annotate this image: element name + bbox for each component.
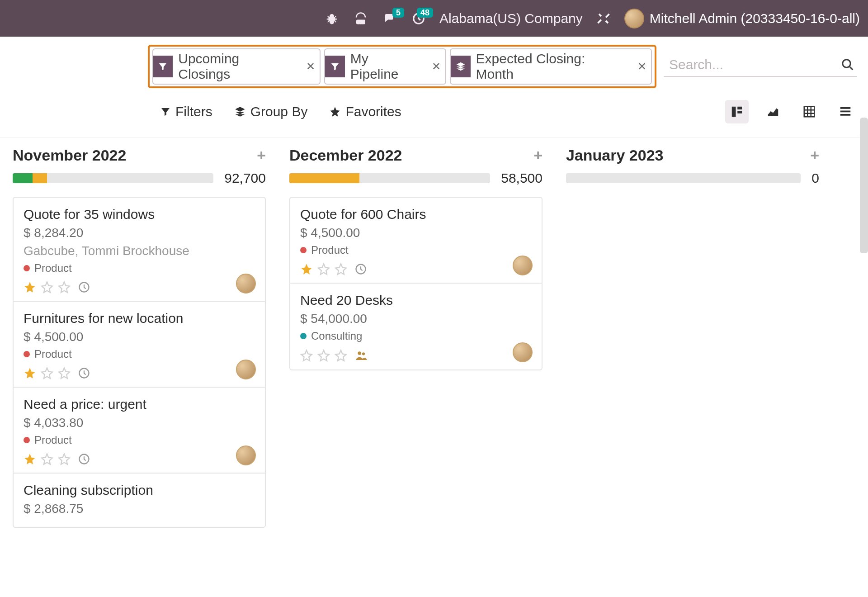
clock-icon[interactable]	[354, 263, 367, 275]
filters-button[interactable]: Filters	[160, 104, 212, 119]
favorites-button[interactable]: Favorites	[329, 104, 401, 119]
star-icon[interactable]	[41, 453, 53, 465]
kanban-column-december: December 2022 + 58,500 Quote for 600 Cha…	[289, 147, 542, 597]
kanban-card[interactable]: Need 20 Desks $ 54,000.00 Consulting	[290, 284, 542, 370]
card-avatar[interactable]	[236, 274, 256, 294]
messages-badge: 5	[392, 8, 404, 18]
tools-icon[interactable]	[595, 10, 612, 27]
svg-point-4	[358, 22, 359, 24]
group-chip-expected-closing[interactable]: Expected Closing: Month ✕	[450, 48, 652, 85]
dot-icon	[24, 351, 30, 357]
dot-icon	[300, 247, 307, 253]
graph-view-button[interactable]	[761, 100, 785, 123]
column-add-button[interactable]: +	[533, 147, 542, 164]
groupby-label: Group By	[250, 104, 308, 119]
clock-icon[interactable]	[78, 453, 90, 465]
chip-close-icon[interactable]: ✕	[633, 60, 651, 73]
kanban-card[interactable]: Cleaning subscription $ 2,868.75	[14, 474, 265, 527]
card-tag: Consulting	[300, 330, 532, 342]
search-chips-highlight: Upcoming Closings ✕ My Pipeline ✕ Expect…	[148, 45, 657, 88]
card-avatar[interactable]	[236, 445, 256, 465]
star-icon[interactable]	[41, 281, 53, 294]
column-title: January 2023	[566, 147, 664, 164]
card-avatar[interactable]	[236, 360, 256, 379]
card-title: Need a price: urgent	[24, 397, 255, 412]
activities-badge: 48	[417, 8, 433, 18]
column-total: 58,500	[501, 171, 542, 186]
star-icon[interactable]	[24, 453, 36, 465]
chip-label: My Pipeline	[349, 49, 423, 84]
layers-icon	[451, 56, 471, 77]
messages-icon[interactable]: 5	[382, 10, 398, 27]
column-progress-bar[interactable]	[13, 173, 213, 183]
group-icon[interactable]	[354, 349, 368, 362]
vertical-scrollbar[interactable]	[860, 118, 868, 253]
card-footer	[24, 367, 255, 379]
card-tag: Product	[24, 348, 255, 360]
filter-chip-upcoming-closings[interactable]: Upcoming Closings ✕	[152, 48, 321, 85]
star-icon[interactable]	[58, 281, 71, 294]
card-amount: $ 8,284.20	[24, 226, 255, 240]
company-selector[interactable]: Alabama(US) Company	[439, 11, 583, 26]
view-switcher	[725, 100, 857, 123]
kanban-card[interactable]: Need a price: urgent $ 4,033.80 Product	[14, 388, 265, 474]
card-footer	[300, 349, 532, 362]
star-icon[interactable]	[58, 367, 71, 379]
star-icon[interactable]	[300, 263, 313, 275]
star-icon[interactable]	[41, 367, 53, 379]
avatar-icon	[624, 9, 644, 28]
card-tag: Product	[24, 434, 255, 446]
column-title: November 2022	[13, 147, 126, 164]
search-icon[interactable]	[841, 58, 854, 71]
svg-point-3	[363, 21, 364, 22]
column-total: 0	[811, 171, 819, 186]
clock-icon[interactable]	[78, 281, 90, 294]
star-icon[interactable]	[58, 453, 71, 465]
chip-close-icon[interactable]: ✕	[427, 60, 445, 73]
star-icon[interactable]	[300, 349, 313, 362]
svg-rect-10	[737, 107, 742, 109]
groupby-button[interactable]: Group By	[234, 104, 308, 119]
card-title: Need 20 Desks	[300, 293, 532, 308]
column-add-button[interactable]: +	[810, 147, 819, 164]
activities-icon[interactable]: 48	[410, 10, 427, 27]
svg-point-1	[358, 21, 359, 22]
svg-rect-14	[840, 111, 851, 113]
star-icon[interactable]	[335, 263, 347, 275]
funnel-icon	[325, 56, 345, 77]
column-progress-bar[interactable]	[566, 173, 801, 183]
svg-point-8	[843, 60, 851, 68]
column-progress-bar[interactable]	[289, 173, 490, 183]
svg-point-5	[360, 22, 362, 24]
kanban-view-button[interactable]	[725, 100, 749, 123]
star-icon[interactable]	[317, 263, 330, 275]
svg-point-21	[362, 352, 365, 355]
card-amount: $ 2,868.75	[24, 502, 255, 516]
column-total: 92,700	[224, 171, 266, 186]
clock-icon[interactable]	[78, 367, 90, 379]
svg-rect-15	[840, 114, 851, 116]
card-subtitle: Gabcube, Tommi Brockhouse	[24, 244, 255, 258]
kanban-card[interactable]: Furnitures for new location $ 4,500.00 P…	[14, 302, 265, 388]
column-add-button[interactable]: +	[257, 147, 266, 164]
user-menu[interactable]: Mitchell Admin (20333450-16-0-all)	[624, 9, 860, 28]
card-list: Quote for 35 windows $ 8,284.20 Gabcube,…	[13, 197, 266, 528]
star-icon[interactable]	[317, 349, 330, 362]
card-amount: $ 4,500.00	[24, 330, 255, 344]
card-avatar[interactable]	[513, 256, 533, 275]
filter-chip-my-pipeline[interactable]: My Pipeline ✕	[324, 48, 446, 85]
kanban-card[interactable]: Quote for 600 Chairs $ 4,500.00 Product	[290, 198, 542, 284]
star-icon[interactable]	[24, 367, 36, 379]
bug-icon[interactable]	[324, 10, 340, 27]
star-icon[interactable]	[24, 281, 36, 294]
chip-close-icon[interactable]: ✕	[302, 60, 320, 73]
kanban-card[interactable]: Quote for 35 windows $ 8,284.20 Gabcube,…	[14, 198, 265, 302]
dot-icon	[300, 333, 307, 339]
search-field[interactable]	[664, 56, 857, 77]
list-view-button[interactable]	[834, 100, 857, 123]
pivot-view-button[interactable]	[797, 100, 821, 123]
search-input[interactable]	[669, 57, 841, 72]
card-avatar[interactable]	[513, 342, 533, 362]
star-icon[interactable]	[335, 349, 347, 362]
phone-icon[interactable]	[353, 10, 369, 27]
